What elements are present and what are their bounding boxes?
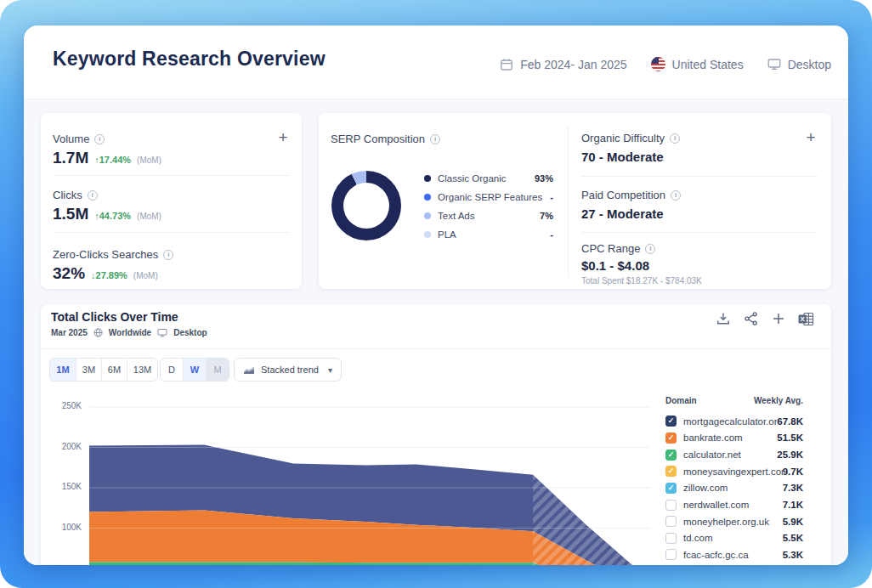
add-to-list-button[interactable]: + [802,128,819,145]
domain-name: mortgagecalculator.org [683,416,777,427]
domain-checkbox[interactable]: ✓ [665,449,677,461]
divider [53,175,290,176]
info-icon[interactable]: i [163,250,173,260]
serp-donut-chart[interactable] [331,171,401,240]
granularity-button-group: D W M [160,358,229,382]
desktop-icon [157,328,167,337]
chart-type-label: Stacked trend [261,365,322,375]
legend-label: Text Ads [438,211,540,221]
range-3m-button[interactable]: 3M [76,359,101,381]
text-ads-dot [424,212,431,219]
domain-checkbox[interactable]: ✓ [665,466,677,477]
plus-icon [772,312,785,325]
info-icon[interactable]: i [670,133,680,144]
table-row[interactable]: fcac-acfc.gc.ca5.3K [665,546,803,563]
legend-label: PLA [438,229,550,240]
y-tick: 150K [44,482,82,491]
domain-column-header: Domain [665,396,754,405]
cpc-range-label: CPC Range [581,242,640,255]
dashboard-surface: Keyword Research Overview Feb 2024- Jan … [24,25,848,565]
stacked-area-chart[interactable] [89,399,667,565]
range-6m-button[interactable]: 6M [101,359,127,381]
divider [581,232,818,233]
weekly-avg-value: 51.5K [777,433,803,443]
info-icon[interactable]: i [430,134,440,144]
add-to-list-button[interactable]: + [275,128,292,145]
share-button[interactable] [744,311,759,326]
domain-checkbox[interactable]: ✓ [665,416,677,427]
domain-name: moneyhelper.org.uk [683,517,783,527]
legend-item: PLA- [424,225,553,244]
info-icon[interactable]: i [94,134,105,144]
trend-period: Mar 2025 [51,328,88,337]
domain-name: fcac-acfc.gc.ca [683,550,783,560]
granularity-month-button[interactable]: M [206,359,229,381]
table-row[interactable]: moneyhelper.org.uk5.9K [665,513,803,530]
volume-value: 1.7M [53,149,88,167]
legend-label: Classic Organic [438,173,535,184]
clicks-change-suffix: (MoM) [137,212,161,221]
paid-competition-value: 27 - Moderate [581,206,664,221]
weekly-avg-value: 5.5K [783,533,803,543]
clicks-change: ↑44.73% [94,211,131,221]
domain-checkbox[interactable] [665,500,677,511]
legend-value: - [550,229,553,240]
weekly-avg-value: 9.7K [783,466,803,477]
table-row[interactable]: ✓zillow.com7.3K [665,480,803,497]
serp-legend: Classic Organic93% Organic SERP Features… [424,169,553,244]
domain-checkbox[interactable]: ✓ [665,433,677,444]
total-spent-note: Total Spent $18.27K - $784.03K [581,276,702,286]
table-row[interactable]: ✓mortgagecalculator.org67.8K [665,413,803,430]
download-button[interactable] [716,311,731,326]
trend-scope: Worldwide [109,328,151,337]
info-icon[interactable]: i [88,190,98,201]
y-tick: 100K [44,523,82,532]
weekly-avg-value: 5.3K [783,550,803,560]
domain-checkbox[interactable] [665,516,677,527]
weekly-avg-column-header: Weekly Avg. [754,396,803,405]
domain-checkbox[interactable] [665,533,677,544]
date-range-selector[interactable]: Feb 2024- Jan 2025 [500,58,626,71]
table-row[interactable]: ✓moneysavingexpert.com9.7K [665,463,803,480]
serp-difficulty-card: SERP Compositioni Classic Organic93% Org… [319,113,831,289]
range-1m-button[interactable]: 1M [50,359,76,381]
info-icon[interactable]: i [645,244,655,254]
weekly-avg-value: 5.9K [783,517,803,527]
table-row[interactable]: nerdwallet.com7.1K [665,496,803,513]
info-icon[interactable]: i [671,190,681,201]
vertical-divider [568,125,569,277]
granularity-week-button[interactable]: W [183,359,206,381]
add-chart-button[interactable] [772,312,785,325]
trend-title: Total Clicks Over Time [51,310,178,324]
excel-icon: X [798,312,814,326]
domain-checkbox[interactable] [665,549,677,560]
weekly-avg-value: 7.3K [783,483,803,493]
download-icon [716,311,731,326]
device-selector[interactable]: Desktop [767,58,831,71]
domain-rows: ✓mortgagecalculator.org67.8K ✓bankrate.c… [665,413,803,563]
domain-name: bankrate.com [683,433,777,443]
domain-table: Domain Weekly Avg. ✓mortgagecalculator.o… [665,393,803,563]
chart-type-dropdown[interactable]: Stacked trend ▾ [234,358,342,382]
trend-toolbar: X [716,311,814,326]
domain-checkbox[interactable]: ✓ [665,483,677,494]
domain-table-header: Domain Weekly Avg. [665,393,803,408]
domain-name: moneysavingexpert.com [683,466,783,477]
stacked-trend-icon [243,365,255,375]
granularity-day-button[interactable]: D [161,359,183,381]
table-row[interactable]: ✓bankrate.com51.5K [665,430,803,447]
zero-clicks-change: ↓27.89% [91,270,127,280]
export-excel-button[interactable]: X [798,312,814,326]
legend-label: Organic SERP Features [438,192,550,202]
table-row[interactable]: td.com5.5K [665,529,803,546]
legend-value: - [550,192,553,202]
clicks-label: Clicks [53,189,82,201]
domain-name: nerdwallet.com [683,500,783,510]
volume-change: ↑17.44% [94,155,131,165]
domain-name: zillow.com [683,483,783,493]
country-selector[interactable]: United States [651,57,744,71]
table-row[interactable]: ✓calculator.net25.9K [665,446,803,463]
range-button-group: 1M 3M 6M 13M [49,358,158,382]
range-13m-button[interactable]: 13M [127,359,157,381]
zero-clicks-label: Zero-Clicks Searches [53,248,158,261]
